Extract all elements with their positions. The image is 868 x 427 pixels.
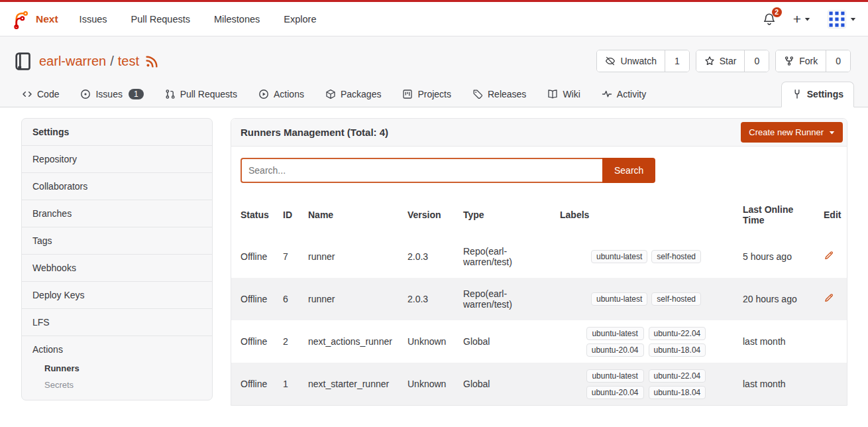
tab-packages[interactable]: Packages <box>325 82 382 107</box>
create-runner-button[interactable]: Create new Runner <box>741 122 843 143</box>
topnav-explore[interactable]: Explore <box>284 14 316 25</box>
col-name: Name <box>303 194 402 235</box>
repo-owner-link[interactable]: earl-warren <box>39 54 106 69</box>
code-icon <box>22 89 32 99</box>
chevron-down-icon <box>804 17 810 21</box>
notifications-button[interactable]: 2 <box>763 13 776 26</box>
runner-id: 2 <box>278 320 303 363</box>
sidebar-item-deploy-keys[interactable]: Deploy Keys <box>22 281 212 308</box>
topnav-milestones[interactable]: Milestones <box>214 14 260 25</box>
star-icon <box>704 56 715 66</box>
runner-last-online: 5 hours ago <box>737 235 818 278</box>
star-button-group: Star 0 <box>696 50 769 72</box>
label-chip: ubuntu-20.04 <box>586 386 644 399</box>
repo-name-link[interactable]: test <box>118 54 139 69</box>
sidebar-item-secrets[interactable]: Secrets <box>32 377 201 393</box>
repo-title-row: earl-warren / test Unwatch <box>0 48 868 74</box>
edit-runner-button[interactable] <box>824 293 834 303</box>
label-chip: ubuntu-22.04 <box>649 327 706 340</box>
table-header-row: Status ID Name Version Type Labels Last … <box>231 194 847 235</box>
stars-count[interactable]: 0 <box>744 50 769 72</box>
runner-name: runner <box>303 235 402 278</box>
sidebar-item-branches[interactable]: Branches <box>22 200 212 227</box>
runner-edit-cell <box>818 320 847 363</box>
book-icon <box>547 89 558 99</box>
runner-labels: ubuntu-latest self-hosted <box>555 235 737 278</box>
label-chip: ubuntu-latest <box>586 327 644 340</box>
runner-version: 2.0.3 <box>402 235 458 278</box>
fork-label: Fork <box>799 56 818 66</box>
play-circle-icon <box>258 89 269 99</box>
runner-status: Offline <box>231 320 278 363</box>
create-menu-button[interactable]: + <box>793 12 810 26</box>
tab-label: Activity <box>617 89 646 99</box>
unwatch-button[interactable]: Unwatch <box>597 50 664 72</box>
runner-id: 7 <box>278 235 303 278</box>
fork-icon <box>784 56 794 66</box>
tab-code[interactable]: Code <box>21 82 60 107</box>
star-button[interactable]: Star <box>696 50 745 72</box>
col-type: Type <box>458 194 555 235</box>
tab-label: Issues <box>95 89 122 99</box>
runner-id: 6 <box>278 278 303 320</box>
search-button[interactable]: Search <box>602 158 655 183</box>
edit-runner-button[interactable] <box>824 251 834 261</box>
col-version: Version <box>402 194 458 235</box>
sidebar-group-actions: Actions Runners Secrets <box>22 336 212 400</box>
path-separator: / <box>110 54 114 69</box>
tab-activity[interactable]: Activity <box>601 82 647 107</box>
runner-labels: ubuntu-latest ubuntu-22.04 ubuntu-20.04 … <box>555 320 737 363</box>
col-id: ID <box>278 194 303 235</box>
sidebar-item-lfs[interactable]: LFS <box>22 308 212 336</box>
col-edit: Edit <box>818 194 847 235</box>
sidebar-item-actions[interactable]: Actions <box>32 343 201 356</box>
forgejo-home-link[interactable]: Next <box>11 9 58 29</box>
tab-label: Wiki <box>563 89 580 99</box>
watchers-count[interactable]: 1 <box>665 50 689 72</box>
runner-labels: ubuntu-latest self-hosted <box>555 278 737 320</box>
sidebar-item-tags[interactable]: Tags <box>22 227 212 254</box>
tab-wiki[interactable]: Wiki <box>547 82 580 107</box>
runner-edit-cell <box>818 278 847 320</box>
sidebar-item-webhooks[interactable]: Webhooks <box>22 254 212 281</box>
tag-icon <box>472 89 483 99</box>
tab-actions[interactable]: Actions <box>258 82 305 107</box>
runner-status: Offline <box>231 235 278 278</box>
fork-button[interactable]: Fork <box>776 50 826 72</box>
tab-pull-requests[interactable]: Pull Requests <box>164 82 238 107</box>
issue-icon <box>80 89 91 99</box>
tab-projects[interactable]: Projects <box>402 82 452 107</box>
runner-type: Repo(earl-warren/test) <box>458 278 555 320</box>
runner-name: next_starter_runner <box>303 363 402 405</box>
tab-issues[interactable]: Issues 1 <box>80 82 144 107</box>
sidebar-item-repository[interactable]: Repository <box>22 145 212 172</box>
runner-version: 2.0.3 <box>402 278 458 320</box>
project-board-icon <box>402 89 413 99</box>
settings-sidebar: Settings Repository Collaborators Branch… <box>21 118 213 400</box>
topnav-issues[interactable]: Issues <box>80 14 107 25</box>
brand-label: Next <box>36 13 58 25</box>
runners-panel: Runners Management (Total: 4) Create new… <box>231 118 847 406</box>
rss-feed-icon[interactable] <box>145 54 159 68</box>
forks-count[interactable]: 0 <box>826 50 850 72</box>
tab-releases[interactable]: Releases <box>472 82 527 107</box>
table-row: Offline 2 next_actions_runner Unknown Gl… <box>231 320 847 363</box>
sidebar-item-collaborators[interactable]: Collaborators <box>22 172 212 200</box>
search-input[interactable] <box>241 158 602 183</box>
runner-version: Unknown <box>402 363 458 405</box>
runner-last-online: 20 hours ago <box>737 278 818 320</box>
user-menu-button[interactable] <box>828 10 856 29</box>
chevron-down-icon <box>850 17 856 21</box>
runner-status: Offline <box>231 278 278 320</box>
table-row: Offline 7 runner 2.0.3 Repo(earl-warren/… <box>231 235 847 278</box>
eye-off-icon <box>605 56 616 66</box>
tab-settings[interactable]: Settings <box>781 82 854 107</box>
sidebar-item-runners[interactable]: Runners <box>32 360 201 377</box>
pull-request-icon <box>165 89 176 99</box>
repo-icon <box>13 52 32 71</box>
runner-type: Global <box>458 320 555 363</box>
topnav-pull-requests[interactable]: Pull Requests <box>131 14 190 25</box>
repo-header: earl-warren / test Unwatch <box>0 36 868 107</box>
avatar <box>828 10 846 29</box>
tab-label: Projects <box>417 89 451 99</box>
